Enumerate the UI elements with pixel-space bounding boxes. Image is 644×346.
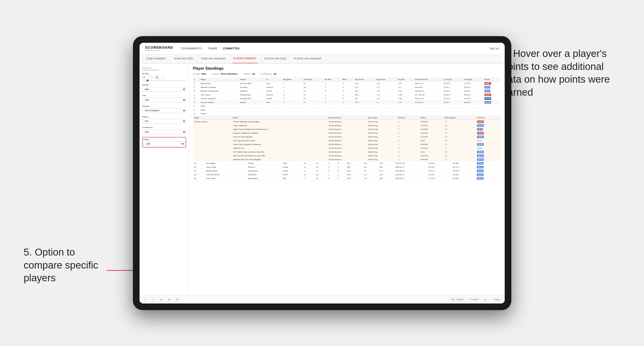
sidebar-division: Division NCAA Division I	[142, 105, 186, 113]
lower-cell-points[interactable]: 58.49	[476, 176, 501, 180]
subnav-team-summary[interactable]: TEAM SUMMARY	[145, 54, 167, 63]
cell-avg-to-par: -2.7	[375, 85, 397, 89]
tooltip-col-div: Event Division	[328, 116, 367, 120]
cell-player: Jackson Kolson	[199, 100, 239, 104]
tooltip-cell-div: NCAA Division I	[328, 146, 367, 150]
top-navigation: SCOREBOARD Powered by clippi TOURNAMENTS…	[140, 43, 505, 55]
tooltip-cell-type: Match Play	[367, 139, 397, 142]
cell-points[interactable]	[483, 108, 501, 112]
nav-committee[interactable]: COMMITTEE	[223, 46, 240, 51]
cell-points[interactable]: 70.2	[483, 89, 501, 93]
lower-cell-vs-top25: 16-23-1	[427, 173, 452, 176]
cell-points[interactable]: 88.27	[483, 81, 501, 85]
tooltip-cell-rounds: 3	[397, 158, 419, 161]
cell-points[interactable]: 68.18	[483, 100, 501, 104]
player-select[interactable]: (All)	[144, 142, 185, 146]
download-button[interactable]: ⬇	[483, 298, 488, 301]
year-select[interactable]: (All)	[142, 98, 186, 102]
cell-adj-score: 67.1	[354, 81, 375, 85]
no-rds-max-input[interactable]	[155, 76, 164, 79]
table-row: 3 Michael Thorbjornsen Stanford Fourth 1…	[193, 89, 501, 93]
lower-cell-points[interactable]: 60.68	[476, 162, 501, 165]
cell-avg-sg: 1.98	[397, 93, 414, 97]
tooltip-cell-div: NCAA Division I	[328, 150, 367, 154]
tooltip-cell-rounds: 3	[397, 135, 419, 139]
lower-cell-points[interactable]: 59.95	[476, 173, 501, 176]
cell-num: 9	[193, 112, 200, 116]
main-content: Update time: 27/01/2024 16:56:26 No Rds.…	[140, 63, 505, 296]
paste-button[interactable]: ⊞	[166, 298, 172, 301]
lower-cell-conf-rank: 23	[315, 176, 327, 180]
cell-adj-score: 68.7	[354, 89, 375, 93]
sidebar-region: Region N/A	[142, 116, 186, 124]
lower-cell-wins: 0	[336, 173, 346, 176]
lower-table-row: 24 Bastien Amat New Mexico Fourth 1 27 2…	[193, 169, 501, 173]
lower-cell-school: Vanderbilt	[247, 173, 282, 176]
sidebar-player: Player (All)	[142, 137, 186, 148]
cell-record: 547-142-38	[414, 93, 442, 97]
tooltip-row: Tiger Invitational NCAA Division I Strok…	[193, 124, 501, 127]
cell-player: Wenyi Ding	[199, 81, 239, 85]
tooltip-cell-event: SEC Match Play hosted by Jerry Pate	[232, 150, 328, 154]
cell-vs-top50: 61-20-2	[463, 97, 483, 100]
cell-record: 208-00-13	[414, 89, 442, 93]
tooltip-cell-player	[193, 127, 232, 131]
lower-cell-avg-to-par: -0.8	[362, 162, 378, 165]
subnav-team-h2h-grid[interactable]: TEAM H2H GRID	[173, 54, 194, 63]
cell-reg-rank: 1	[282, 89, 302, 93]
no-rds-min-input[interactable]	[142, 76, 152, 79]
view-original-button[interactable]: View: Original	[449, 298, 465, 301]
tooltip-cell-w-points: 30.47	[476, 146, 501, 150]
cell-points[interactable]: 80.49	[483, 97, 501, 100]
settings-button[interactable]: ⚙	[174, 298, 180, 301]
subnav-player-summary[interactable]: PLAYER SUMMARY	[232, 54, 258, 63]
cell-points[interactable]	[483, 112, 501, 116]
cell-points[interactable]	[483, 104, 501, 108]
cell-reg-rank: 1	[282, 81, 302, 85]
gender-select[interactable]: Men Women	[142, 87, 186, 92]
redo-button[interactable]: ↪	[150, 298, 156, 301]
tooltip-cell-div: NCAA Division I	[328, 127, 367, 131]
lower-cell-avg-sg: 1.56	[378, 176, 394, 180]
tooltip-cell-div: NCAA Division I	[328, 124, 367, 127]
cell-vs-top50	[463, 112, 483, 116]
lower-cell-reg-rank: 7	[303, 176, 315, 180]
tooltip-cell-div: NCAA Division I	[328, 131, 367, 135]
lower-cell-num: 24	[193, 169, 205, 173]
conference-select[interactable]: (All)	[142, 129, 186, 134]
cell-yr: First	[265, 100, 282, 104]
lower-cell-points[interactable]: 60.27	[476, 165, 501, 169]
tooltip-row: Jackson Kolson UNCW Seahawk Intercollegi…	[193, 120, 501, 124]
nav-tournaments[interactable]: TOURNAMENTS	[181, 46, 202, 51]
lower-cell-no-rds: 1	[327, 173, 336, 176]
watch-button[interactable]: 👁 Watch	[468, 298, 480, 301]
nav-teams[interactable]: TEAMS	[208, 46, 217, 51]
undo-button[interactable]: ↩	[142, 298, 148, 301]
copy-button[interactable]: ⊕	[158, 298, 164, 301]
cell-wins	[341, 108, 354, 112]
lower-cell-points[interactable]: 60.02	[476, 169, 501, 173]
share-button[interactable]: ⤴ Share	[491, 298, 502, 301]
cell-school	[239, 104, 265, 108]
cell-points[interactable]: 76.3	[483, 85, 501, 89]
col-vs-top50: Vs Top 50	[463, 77, 483, 82]
lower-cell-vs-top50: 35-26-4	[452, 176, 476, 180]
region-select[interactable]: N/A	[142, 119, 186, 124]
cell-num: 7	[193, 104, 200, 108]
tooltip-cell-status: NULL	[419, 150, 444, 154]
division-select[interactable]: NCAA Division I	[142, 108, 186, 113]
no-rds-slider[interactable]	[142, 80, 186, 81]
subnav-player-h2h-heatmap[interactable]: PLAYER H2H HEATMAP	[293, 54, 322, 63]
cell-no-rds	[324, 112, 341, 116]
subnav-player-h2h-grid[interactable]: PLAYER H2H GRID	[263, 54, 287, 63]
cell-vs-top25: 29-15-0	[442, 81, 463, 85]
cell-player: Prestt	[199, 112, 239, 116]
cell-player: Matts	[199, 108, 239, 112]
cell-points[interactable]: 88.54	[483, 93, 501, 97]
no-rds-label: No Rds.	[142, 72, 186, 75]
subnav-team-h2h-heatmap[interactable]: TEAM H2H HEATMAP	[200, 54, 227, 63]
tooltip-col-player: Player	[193, 116, 232, 120]
tooltip-row: Mirabeel Maui Jim Intercollegiate NCAA D…	[193, 158, 501, 161]
sign-out-link[interactable]: Sign out	[489, 47, 499, 50]
lower-cell-player: Cole Sherwood	[205, 173, 247, 176]
